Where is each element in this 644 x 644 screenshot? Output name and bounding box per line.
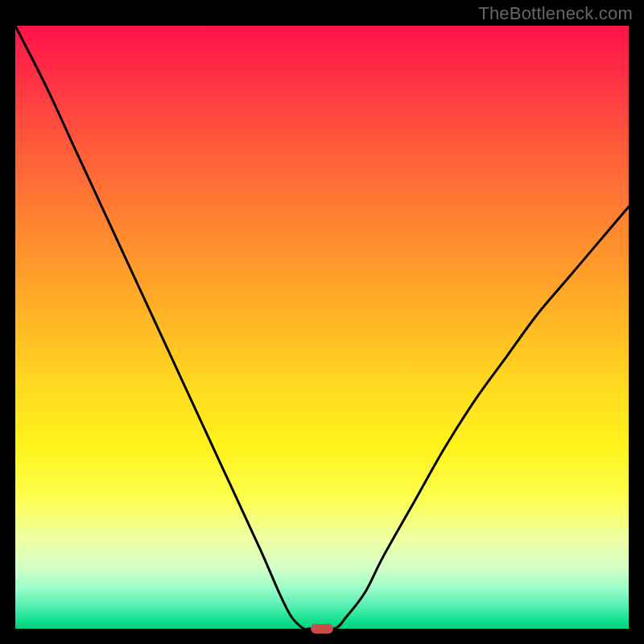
minimum-marker bbox=[311, 624, 333, 634]
chart-frame: TheBottleneck.com bbox=[0, 0, 644, 644]
plot-area bbox=[15, 26, 629, 629]
bottleneck-curve bbox=[15, 26, 629, 629]
watermark-text: TheBottleneck.com bbox=[478, 3, 633, 24]
